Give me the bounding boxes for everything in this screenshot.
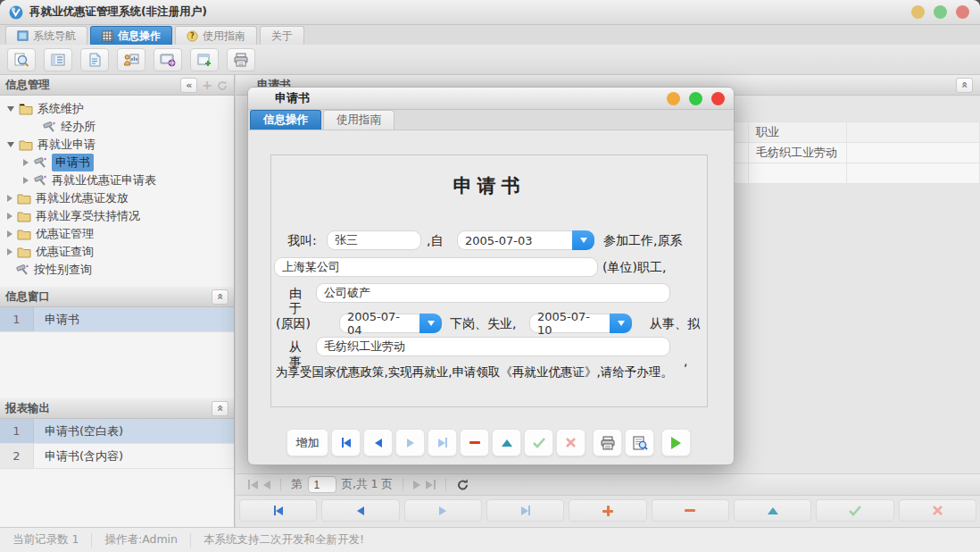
chevron-down-icon[interactable]: [610, 314, 632, 333]
grid-first-button[interactable]: [239, 499, 317, 522]
tool-icon: [33, 174, 47, 187]
confirm-button[interactable]: [524, 429, 553, 456]
search-icon: [13, 53, 29, 67]
pager-first-button[interactable]: [248, 480, 258, 489]
unemploy-date-combo[interactable]: 2005-07-10: [529, 314, 632, 333]
report-row-content[interactable]: 2 申请书(含内容): [0, 444, 234, 469]
print-button[interactable]: [593, 429, 622, 456]
form-title: 申请书: [271, 173, 707, 198]
tab-info-operation[interactable]: 信息操作: [90, 26, 172, 45]
grid-last-button[interactable]: [486, 499, 564, 522]
run-report-button[interactable]: [661, 429, 691, 456]
collapse-up-button[interactable]: «: [956, 78, 973, 93]
expand-icon[interactable]: [7, 248, 12, 255]
occupation-input[interactable]: [316, 337, 670, 356]
report-row-blank[interactable]: 1 申请书(空白表): [0, 419, 234, 444]
reason-input[interactable]: [316, 283, 670, 303]
printer-button[interactable]: [227, 48, 255, 71]
record-last-button[interactable]: [428, 429, 457, 456]
expand-icon[interactable]: [23, 159, 29, 166]
window-add-button[interactable]: [190, 48, 219, 71]
laidoff-date-combo[interactable]: 2005-07-04: [339, 314, 442, 333]
tab-user-guide[interactable]: ? 使用指南: [175, 26, 257, 45]
reason-paren-label: (原因): [276, 316, 311, 332]
print-preview-button[interactable]: [625, 429, 654, 456]
pager-prev-button[interactable]: [263, 481, 270, 489]
tree-item-query-by-gender[interactable]: 按性别查询: [0, 261, 234, 279]
cell-occupation: 毛纺织工业劳动: [749, 143, 847, 163]
add-record-button[interactable]: 增加: [287, 429, 328, 456]
tree-item-cert-apply-table[interactable]: 再就业优惠证申请表: [0, 171, 234, 189]
tree-item-system-maintenance[interactable]: 系统维护: [0, 100, 234, 118]
maximize-button[interactable]: [934, 5, 947, 19]
expand-icon[interactable]: [7, 213, 12, 220]
grid-next-button[interactable]: [404, 499, 482, 522]
dialog-titlebar[interactable]: 申请书: [248, 88, 734, 110]
expand-icon[interactable]: [7, 195, 12, 202]
grid-confirm-button[interactable]: [816, 499, 893, 522]
due-label-2: 于: [289, 301, 302, 317]
grid-cancel-button[interactable]: [899, 499, 976, 522]
name-input[interactable]: [327, 230, 421, 250]
expand-icon[interactable]: [23, 177, 29, 184]
cancel-button[interactable]: [556, 429, 586, 456]
tree-item-application-form[interactable]: 申请书: [0, 154, 234, 171]
pager-refresh-icon[interactable]: [456, 478, 469, 491]
search-button[interactable]: [7, 48, 36, 71]
dialog-close-button[interactable]: [711, 92, 725, 105]
chevron-down-icon[interactable]: [572, 230, 594, 250]
pager-last-button[interactable]: [426, 480, 436, 489]
document-button[interactable]: [80, 48, 109, 71]
tree-item-office[interactable]: 经办所: [0, 118, 234, 136]
grid-delete-button[interactable]: [652, 499, 729, 522]
pager-next-button[interactable]: [413, 481, 420, 489]
grid-edit-button[interactable]: [734, 499, 811, 522]
tab-system-nav[interactable]: 系统导航: [5, 26, 87, 45]
info-window-title: 信息窗口: [5, 289, 50, 305]
line1-tail-label: 参加工作,原系: [603, 233, 682, 249]
tree-item-support-status[interactable]: 再就业享受扶持情况: [0, 207, 234, 225]
line4-tail-label: 从事、拟: [650, 316, 700, 332]
tree-item-cert-query[interactable]: 优惠证查询: [0, 243, 234, 261]
company-input[interactable]: [274, 257, 598, 277]
delete-record-button[interactable]: [460, 429, 489, 456]
dialog-tab-info-operation[interactable]: 信息操作: [250, 110, 321, 130]
report-output-panel-header: 报表输出 «: [0, 398, 234, 419]
dialog-minimize-button[interactable]: [667, 92, 680, 105]
dialog-maximize-button[interactable]: [689, 92, 702, 105]
info-window-row[interactable]: 1 申请书: [0, 307, 234, 332]
grid-add-button[interactable]: [569, 499, 646, 522]
application-form: 申请书 我叫: ,自 2005-07-03 参加工作,原系 (单位)职工, 由 …: [270, 155, 708, 407]
record-prev-button[interactable]: [363, 429, 393, 456]
report-output-list: 1 申请书(空白表) 2 申请书(含内容): [0, 419, 234, 539]
tree-item-cert-issue[interactable]: 再就业优惠证发放: [0, 189, 234, 207]
grid-prev-button[interactable]: [321, 499, 399, 522]
monitor-view-button[interactable]: [154, 48, 182, 71]
expand-icon[interactable]: [7, 142, 14, 147]
record-first-button[interactable]: [331, 429, 361, 456]
refresh-icon[interactable]: [216, 79, 228, 91]
tree-item-reemployment-apply[interactable]: 再就业申请: [0, 136, 234, 154]
tree-item-cert-mgmt[interactable]: 优惠证管理: [0, 225, 234, 243]
minimize-button[interactable]: [911, 5, 925, 19]
form-view-button[interactable]: [44, 48, 72, 71]
close-button[interactable]: [956, 5, 969, 19]
folder-icon: [17, 192, 31, 205]
chevron-down-icon[interactable]: [419, 314, 442, 333]
collapse-up-button[interactable]: «: [212, 401, 228, 416]
tab-about[interactable]: 关于: [260, 26, 304, 45]
expand-icon[interactable]: [7, 230, 12, 238]
user-report-button[interactable]: [117, 48, 145, 71]
expand-icon[interactable]: [7, 106, 14, 112]
add-icon[interactable]: +: [202, 78, 212, 92]
edit-record-button[interactable]: [492, 429, 521, 456]
tree-selected-node[interactable]: 申请书: [52, 154, 94, 171]
folder-icon: [17, 246, 31, 258]
record-next-button[interactable]: [395, 429, 425, 456]
laidoff-date-value: 2005-07-04: [339, 314, 419, 333]
dialog-tab-user-guide[interactable]: 使用指南: [323, 110, 394, 130]
page-number-input[interactable]: [308, 476, 336, 493]
sidebar-collapse-button[interactable]: «: [180, 78, 197, 93]
collapse-up-button[interactable]: «: [212, 289, 228, 305]
work-date-combo[interactable]: 2005-07-03: [457, 230, 594, 250]
